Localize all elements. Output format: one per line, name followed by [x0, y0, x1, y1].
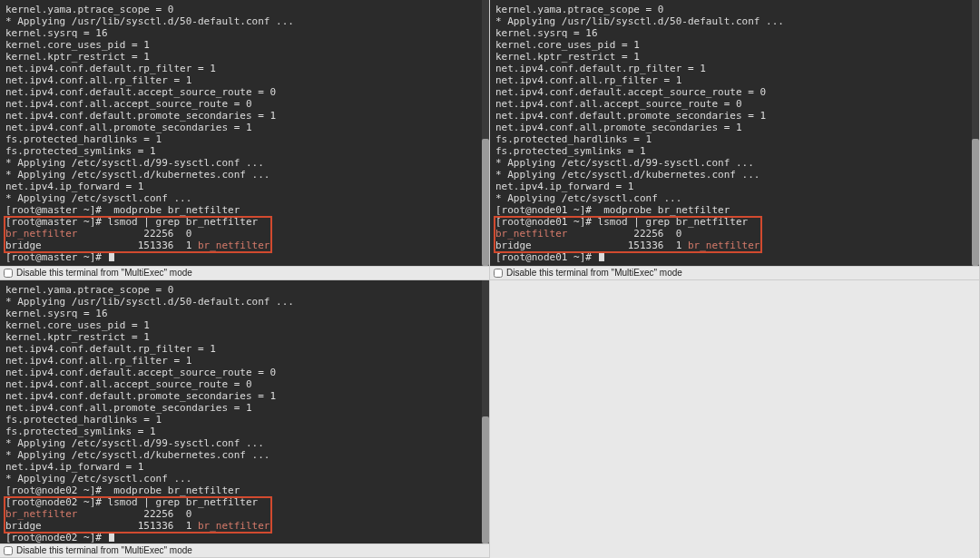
scrollbar-thumb[interactable] — [482, 416, 489, 543]
terminal-master[interactable]: kernel.yama.ptrace_scope = 0 * Applying … — [0, 0, 489, 266]
disable-multiexec-label: Disable this terminal from "MultiExec" m… — [16, 267, 192, 279]
empty-pane — [490, 280, 980, 558]
disable-multiexec-checkbox[interactable] — [4, 269, 13, 278]
scrollbar[interactable] — [482, 0, 489, 266]
scrollbar[interactable] — [972, 0, 979, 266]
cursor — [109, 532, 114, 542]
multiexec-bar: Disable this terminal from "MultiExec" m… — [0, 266, 489, 279]
disable-multiexec-label: Disable this terminal from "MultiExec" m… — [506, 267, 682, 279]
terminal-pane-node01: kernel.yama.ptrace_scope = 0 * Applying … — [490, 0, 980, 280]
multiexec-bar: Disable this terminal from "MultiExec" m… — [0, 543, 489, 557]
disable-multiexec-checkbox[interactable] — [4, 546, 13, 555]
empty-area — [490, 280, 979, 558]
terminal-pane-master: kernel.yama.ptrace_scope = 0 * Applying … — [0, 0, 490, 280]
terminal-node02[interactable]: kernel.yama.ptrace_scope = 0 * Applying … — [0, 280, 489, 543]
terminal-pane-node02: kernel.yama.ptrace_scope = 0 * Applying … — [0, 280, 490, 558]
scrollbar-thumb[interactable] — [972, 139, 979, 266]
multiexec-bar: Disable this terminal from "MultiExec" m… — [490, 266, 979, 279]
terminal-output: kernel.yama.ptrace_scope = 0 * Applying … — [5, 4, 484, 263]
scrollbar-thumb[interactable] — [482, 139, 489, 266]
cursor — [599, 251, 604, 261]
disable-multiexec-checkbox[interactable] — [494, 269, 503, 278]
terminal-output: kernel.yama.ptrace_scope = 0 * Applying … — [5, 284, 484, 543]
terminal-output: kernel.yama.ptrace_scope = 0 * Applying … — [495, 4, 974, 263]
terminal-node01[interactable]: kernel.yama.ptrace_scope = 0 * Applying … — [490, 0, 979, 266]
cursor — [109, 251, 114, 261]
disable-multiexec-label: Disable this terminal from "MultiExec" m… — [16, 544, 192, 557]
scrollbar[interactable] — [482, 280, 489, 543]
